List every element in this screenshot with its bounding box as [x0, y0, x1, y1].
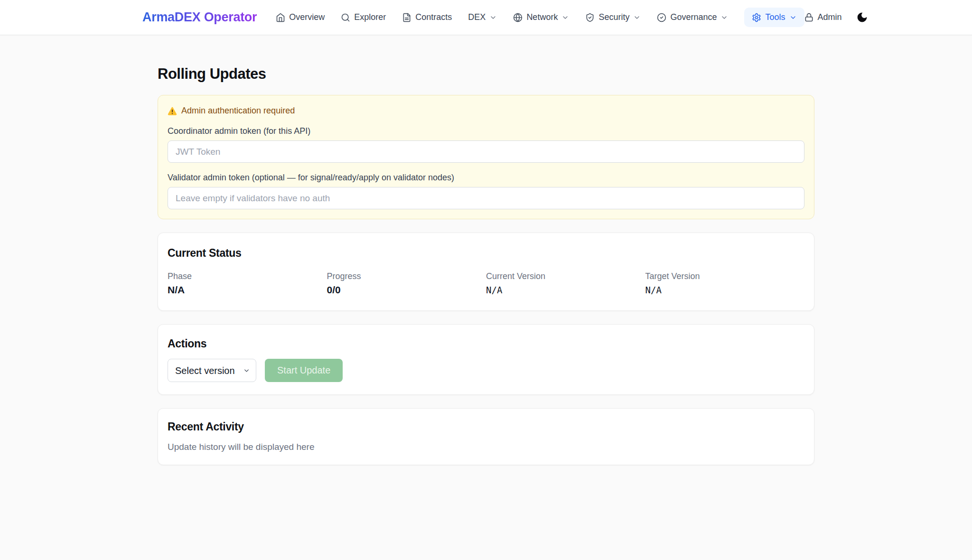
- nav-item-dex[interactable]: DEX: [468, 12, 497, 22]
- actions-heading: Actions: [168, 337, 804, 350]
- nav-item-contracts[interactable]: Contracts: [402, 12, 452, 22]
- status-field-label: Current Version: [486, 271, 645, 281]
- status-field-current-version: Current Version N/A: [486, 271, 645, 296]
- recent-activity-card: Recent Activity Update history will be d…: [158, 408, 814, 465]
- status-heading: Current Status: [168, 246, 804, 260]
- lock-icon: [804, 13, 813, 22]
- admin-button[interactable]: Admin: [804, 12, 842, 22]
- circle-check-icon: [657, 13, 666, 22]
- nav-item-explorer[interactable]: Explorer: [341, 12, 386, 22]
- file-text-icon: [402, 13, 411, 22]
- status-field-phase: Phase N/A: [168, 271, 327, 296]
- globe-icon: [513, 13, 523, 22]
- theme-toggle[interactable]: [856, 11, 868, 23]
- status-field-label: Progress: [327, 271, 486, 281]
- status-field-target-version: Target Version N/A: [645, 271, 805, 296]
- main-content: Rolling Updates Admin authentication req…: [158, 35, 814, 465]
- validator-token-input[interactable]: [168, 187, 804, 209]
- auth-banner-title: Admin authentication required: [181, 106, 295, 116]
- nav-item-overview[interactable]: Overview: [276, 12, 325, 22]
- status-field-progress: Progress 0/0: [327, 271, 486, 296]
- nav-item-label: DEX: [468, 12, 486, 22]
- nav-item-label: Explorer: [354, 12, 386, 22]
- moon-icon: [856, 11, 868, 23]
- activity-empty-text: Update history will be displayed here: [168, 442, 804, 452]
- home-icon: [276, 13, 285, 22]
- brand-logo[interactable]: ArmaDEX Operator: [142, 10, 257, 25]
- app-header: ArmaDEX Operator Overview Explorer Contr…: [0, 0, 972, 35]
- current-status-card: Current Status Phase N/A Progress 0/0 Cu…: [158, 233, 814, 311]
- auth-banner: Admin authentication required Coordinato…: [158, 95, 814, 219]
- nav-item-label: Contracts: [415, 12, 452, 22]
- chevron-down-icon: [633, 14, 641, 21]
- chevron-down-icon: [489, 14, 497, 21]
- version-select[interactable]: Select version: [168, 359, 256, 382]
- shield-check-icon: [585, 13, 595, 22]
- start-update-button[interactable]: Start Update: [265, 359, 343, 382]
- nav-item-governance[interactable]: Governance: [657, 12, 728, 22]
- nav-item-label: Governance: [670, 12, 717, 22]
- validator-token-label: Validator admin token (optional — for si…: [168, 173, 804, 183]
- activity-heading: Recent Activity: [168, 420, 804, 433]
- status-field-value: N/A: [168, 284, 327, 296]
- search-icon: [341, 13, 350, 22]
- page-title: Rolling Updates: [158, 65, 814, 83]
- status-field-value: 0/0: [327, 284, 486, 296]
- gear-icon: [752, 13, 761, 22]
- chevron-down-icon: [720, 14, 728, 21]
- chevron-down-icon: [561, 14, 569, 21]
- nav-item-label: Network: [526, 12, 558, 22]
- status-field-label: Target Version: [645, 271, 805, 281]
- status-field-value: N/A: [645, 284, 805, 296]
- nav-item-label: Overview: [289, 12, 325, 22]
- status-field-value: N/A: [486, 284, 645, 296]
- chevron-down-icon: [789, 14, 797, 21]
- nav-item-label: Tools: [765, 12, 785, 22]
- coordinator-token-label: Coordinator admin token (for this API): [168, 126, 804, 136]
- warning-triangle-icon: [168, 106, 177, 116]
- nav-item-label: Security: [598, 12, 629, 22]
- actions-card: Actions Select version Start Update: [158, 324, 814, 395]
- main-nav: Overview Explorer Contracts DEX: [276, 8, 804, 27]
- nav-item-security[interactable]: Security: [585, 12, 641, 22]
- nav-item-tools[interactable]: Tools: [744, 8, 804, 27]
- coordinator-token-input[interactable]: [168, 140, 804, 163]
- admin-label: Admin: [818, 12, 842, 22]
- nav-item-network[interactable]: Network: [513, 12, 569, 22]
- status-field-label: Phase: [168, 271, 327, 281]
